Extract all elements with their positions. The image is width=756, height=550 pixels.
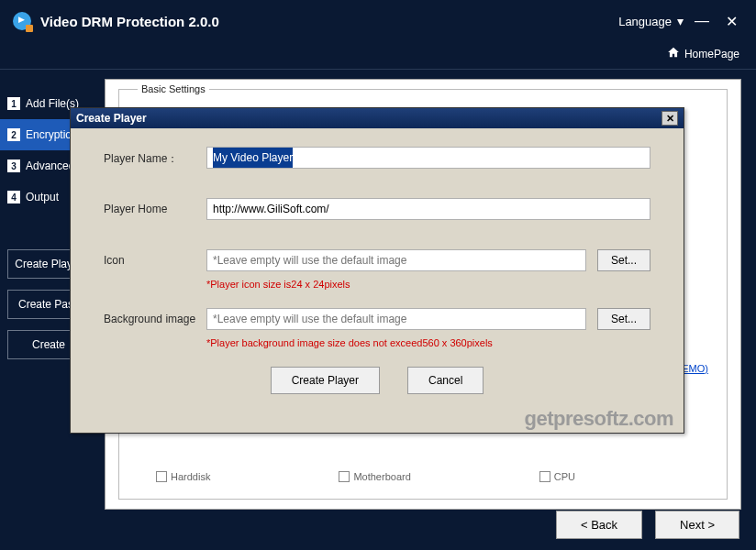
step-number: 2 — [7, 128, 20, 141]
player-name-input[interactable]: My Video Player — [206, 147, 650, 169]
close-window-button[interactable]: ✕ — [720, 13, 743, 30]
checkbox-icon — [539, 471, 550, 482]
cancel-button[interactable]: Cancel — [407, 367, 484, 394]
language-label[interactable]: Language — [618, 15, 672, 28]
checkbox-icon — [339, 471, 350, 482]
player-home-label: Player Home — [104, 198, 206, 215]
icon-input[interactable] — [206, 249, 586, 271]
bg-hint: *Player background image size does not e… — [206, 337, 650, 348]
checkbox-icon — [156, 471, 167, 482]
homepage-link[interactable]: HomePage — [0, 42, 756, 70]
icon-label: Icon — [104, 249, 206, 267]
homepage-label: HomePage — [684, 48, 739, 60]
create-player-button[interactable]: Create Player — [271, 367, 380, 394]
player-home-input[interactable] — [206, 198, 650, 220]
app-header: Video DRM Protection 2.0.0 Language ▾ — … — [0, 0, 756, 42]
back-button[interactable]: < Back — [556, 511, 642, 539]
cpu-checkbox[interactable]: CPU — [539, 471, 575, 482]
bg-image-input[interactable] — [206, 308, 586, 330]
minimize-button[interactable]: — — [689, 13, 715, 29]
home-icon — [667, 46, 680, 61]
language-dropdown-icon[interactable]: ▾ — [677, 14, 684, 28]
step-number: 3 — [7, 160, 20, 172]
dialog-title: Create Player — [76, 112, 147, 125]
bg-image-label: Background image — [104, 308, 206, 325]
step-label: Advanced — [26, 160, 74, 172]
basic-settings-label: Basic Settings — [138, 83, 209, 94]
player-name-label: Player Name： — [104, 147, 206, 167]
step-number: 1 — [7, 97, 20, 110]
icon-hint: *Player icon size is24 x 24pixels — [206, 279, 650, 290]
icon-set-button[interactable]: Set... — [597, 249, 650, 271]
create-player-dialog: Create Player ✕ Player Name： My Video Pl… — [70, 107, 684, 434]
harddisk-checkbox[interactable]: Harddisk — [156, 471, 210, 482]
dialog-close-button[interactable]: ✕ — [662, 111, 678, 126]
app-icon — [13, 12, 31, 30]
step-number: 4 — [7, 191, 20, 204]
app-title: Video DRM Protection 2.0.0 — [40, 14, 219, 29]
footer-nav: < Back Next > — [556, 511, 739, 539]
bg-set-button[interactable]: Set... — [597, 308, 650, 330]
next-button[interactable]: Next > — [655, 511, 739, 539]
motherboard-checkbox[interactable]: Motherboard — [339, 471, 410, 482]
step-label: Output — [26, 191, 59, 204]
